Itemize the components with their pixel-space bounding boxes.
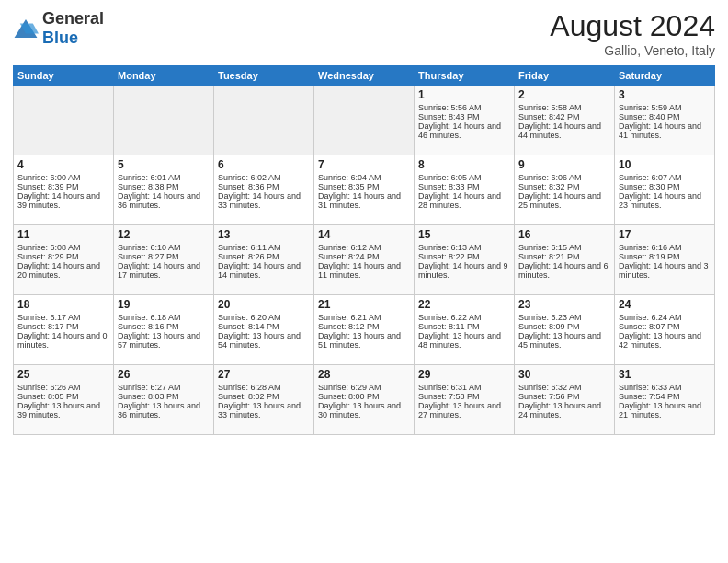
- day-number: 15: [418, 228, 510, 241]
- week-row-5: 25Sunrise: 6:26 AMSunset: 8:05 PMDayligh…: [14, 365, 715, 435]
- calendar-cell: 1Sunrise: 5:56 AMSunset: 8:43 PMDaylight…: [415, 86, 515, 155]
- cell-info: Daylight: 13 hours and 33 minutes.: [218, 401, 310, 419]
- cell-info: Daylight: 14 hours and 44 minutes.: [518, 121, 610, 140]
- cell-info: Daylight: 13 hours and 48 minutes.: [418, 331, 510, 350]
- day-number: 3: [619, 88, 711, 101]
- cell-info: Sunrise: 6:16 AM: [619, 243, 711, 252]
- cell-info: Sunset: 8:17 PM: [17, 322, 109, 331]
- day-number: 6: [218, 158, 310, 171]
- calendar-cell: 4Sunrise: 6:00 AMSunset: 8:39 PMDaylight…: [14, 155, 114, 225]
- day-number: 16: [518, 228, 610, 241]
- cell-info: Sunrise: 6:01 AM: [118, 173, 210, 182]
- day-number: 20: [218, 298, 310, 311]
- header-day-saturday: Saturday: [615, 66, 715, 86]
- cell-info: Sunset: 8:38 PM: [118, 182, 210, 191]
- cell-info: Daylight: 14 hours and 0 minutes.: [17, 331, 109, 350]
- cell-info: Daylight: 14 hours and 39 minutes.: [17, 191, 109, 210]
- day-number: 22: [418, 298, 510, 311]
- day-number: 18: [17, 298, 109, 311]
- calendar-cell: 20Sunrise: 6:20 AMSunset: 8:14 PMDayligh…: [214, 295, 314, 365]
- cell-info: Sunrise: 6:13 AM: [418, 243, 510, 252]
- week-row-2: 4Sunrise: 6:00 AMSunset: 8:39 PMDaylight…: [14, 155, 715, 225]
- calendar-cell: 3Sunrise: 5:59 AMSunset: 8:40 PMDaylight…: [615, 86, 715, 155]
- cell-info: Sunrise: 6:11 AM: [218, 243, 310, 252]
- cell-info: Sunset: 8:19 PM: [619, 252, 711, 261]
- logo-icon: [13, 17, 39, 40]
- header-day-wednesday: Wednesday: [314, 66, 415, 86]
- cell-info: Daylight: 13 hours and 24 minutes.: [518, 401, 610, 419]
- calendar-cell: 28Sunrise: 6:29 AMSunset: 8:00 PMDayligh…: [314, 365, 415, 435]
- cell-info: Sunset: 8:32 PM: [518, 182, 610, 191]
- calendar-cell: [214, 86, 314, 155]
- calendar-cell: 9Sunrise: 6:06 AMSunset: 8:32 PMDaylight…: [515, 155, 615, 225]
- cell-info: Daylight: 13 hours and 54 minutes.: [218, 331, 310, 350]
- day-number: 25: [17, 368, 109, 381]
- cell-info: Sunrise: 6:07 AM: [619, 173, 711, 182]
- cell-info: Daylight: 14 hours and 3 minutes.: [619, 261, 711, 280]
- cell-info: Daylight: 13 hours and 21 minutes.: [619, 401, 711, 419]
- cell-info: Sunrise: 6:32 AM: [518, 383, 610, 392]
- header-day-sunday: Sunday: [14, 66, 114, 86]
- cell-info: Sunrise: 6:18 AM: [118, 313, 210, 322]
- cell-info: Sunset: 7:56 PM: [518, 392, 610, 401]
- cell-info: Sunrise: 6:23 AM: [518, 313, 610, 322]
- calendar-cell: 11Sunrise: 6:08 AMSunset: 8:29 PMDayligh…: [14, 225, 114, 295]
- day-number: 9: [518, 158, 610, 171]
- cell-info: Sunrise: 6:10 AM: [118, 243, 210, 252]
- day-number: 30: [518, 368, 610, 381]
- logo-blue: Blue: [42, 29, 78, 47]
- cell-info: Sunset: 8:16 PM: [118, 322, 210, 331]
- cell-info: Sunset: 7:54 PM: [619, 392, 711, 401]
- cell-info: Sunrise: 6:31 AM: [418, 383, 510, 392]
- day-number: 5: [118, 158, 210, 171]
- cell-info: Sunrise: 6:24 AM: [619, 313, 711, 322]
- calendar-cell: 16Sunrise: 6:15 AMSunset: 8:21 PMDayligh…: [515, 225, 615, 295]
- day-number: 27: [218, 368, 310, 381]
- cell-info: Daylight: 13 hours and 42 minutes.: [619, 331, 711, 350]
- calendar-cell: 5Sunrise: 6:01 AMSunset: 8:38 PMDaylight…: [114, 155, 214, 225]
- cell-info: Sunrise: 6:06 AM: [518, 173, 610, 182]
- cell-info: Sunset: 8:00 PM: [318, 392, 410, 401]
- cell-info: Sunset: 8:43 PM: [418, 112, 510, 121]
- title-block: August 2024 Gallio, Veneto, Italy: [550, 9, 715, 58]
- header-day-monday: Monday: [114, 66, 214, 86]
- cell-info: Sunset: 8:12 PM: [318, 322, 410, 331]
- cell-info: Sunset: 8:30 PM: [619, 182, 711, 191]
- cell-info: Daylight: 14 hours and 17 minutes.: [118, 261, 210, 280]
- cell-info: Sunset: 8:11 PM: [418, 322, 510, 331]
- day-number: 1: [418, 88, 510, 101]
- month-title: August 2024: [550, 9, 715, 43]
- calendar-cell: [14, 86, 114, 155]
- calendar-cell: 15Sunrise: 6:13 AMSunset: 8:22 PMDayligh…: [415, 225, 515, 295]
- header: General Blue August 2024 Gallio, Veneto,…: [13, 9, 715, 58]
- cell-info: Sunrise: 6:17 AM: [17, 313, 109, 322]
- day-number: 24: [619, 298, 711, 311]
- cell-info: Sunrise: 5:56 AM: [418, 103, 510, 112]
- calendar-header-row: SundayMondayTuesdayWednesdayThursdayFrid…: [14, 66, 715, 86]
- cell-info: Sunrise: 6:27 AM: [118, 383, 210, 392]
- cell-info: Daylight: 14 hours and 20 minutes.: [17, 261, 109, 280]
- day-number: 26: [118, 368, 210, 381]
- calendar-cell: 26Sunrise: 6:27 AMSunset: 8:03 PMDayligh…: [114, 365, 214, 435]
- day-number: 8: [418, 158, 510, 171]
- day-number: 4: [17, 158, 109, 171]
- cell-info: Daylight: 13 hours and 27 minutes.: [418, 401, 510, 419]
- calendar-cell: 18Sunrise: 6:17 AMSunset: 8:17 PMDayligh…: [14, 295, 114, 365]
- cell-info: Sunrise: 6:12 AM: [318, 243, 410, 252]
- cell-info: Sunrise: 6:02 AM: [218, 173, 310, 182]
- header-day-thursday: Thursday: [415, 66, 515, 86]
- calendar-cell: 29Sunrise: 6:31 AMSunset: 7:58 PMDayligh…: [415, 365, 515, 435]
- cell-info: Daylight: 14 hours and 36 minutes.: [118, 191, 210, 210]
- calendar-cell: 23Sunrise: 6:23 AMSunset: 8:09 PMDayligh…: [515, 295, 615, 365]
- calendar-cell: 12Sunrise: 6:10 AMSunset: 8:27 PMDayligh…: [114, 225, 214, 295]
- day-number: 31: [619, 368, 711, 381]
- calendar-cell: 22Sunrise: 6:22 AMSunset: 8:11 PMDayligh…: [415, 295, 515, 365]
- calendar-cell: 24Sunrise: 6:24 AMSunset: 8:07 PMDayligh…: [615, 295, 715, 365]
- day-number: 10: [619, 158, 711, 171]
- cell-info: Sunset: 8:33 PM: [418, 182, 510, 191]
- logo-text: General Blue: [42, 9, 104, 48]
- cell-info: Daylight: 13 hours and 57 minutes.: [118, 331, 210, 350]
- day-number: 14: [318, 228, 410, 241]
- cell-info: Sunrise: 6:29 AM: [318, 383, 410, 392]
- calendar-cell: 2Sunrise: 5:58 AMSunset: 8:42 PMDaylight…: [515, 86, 615, 155]
